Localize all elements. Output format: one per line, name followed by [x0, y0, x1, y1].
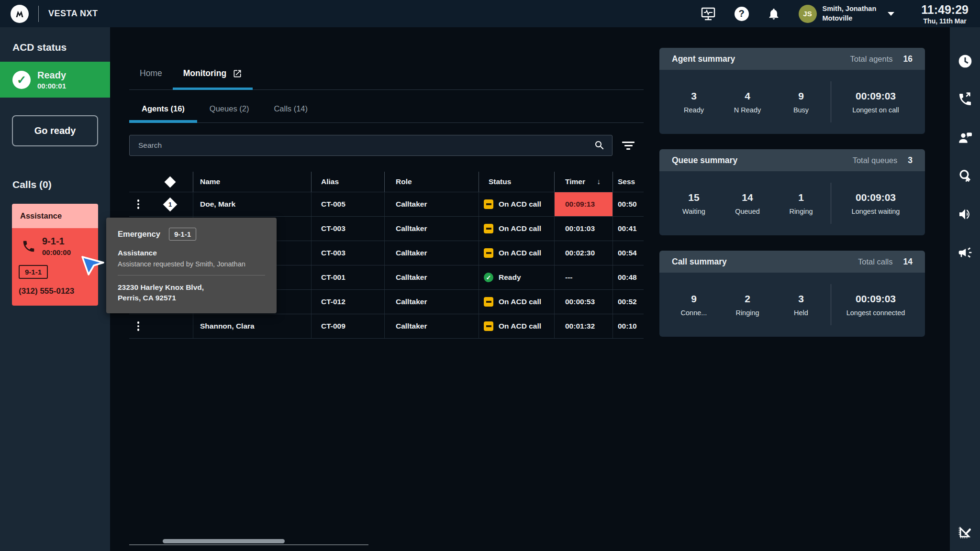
total-value: 16 [903, 54, 913, 64]
divider [831, 284, 831, 325]
horizontal-scrollbar-thumb[interactable] [163, 539, 285, 543]
callback-phone-icon[interactable] [957, 91, 973, 108]
busy-status-icon [484, 248, 493, 258]
row-menu-icon[interactable] [134, 319, 143, 334]
busy-status-icon [484, 224, 493, 233]
tab-monitoring[interactable]: Monitoring [173, 57, 253, 89]
subtab-agents[interactable]: Agents (16) [129, 95, 197, 122]
mouse-cursor [80, 253, 107, 277]
table-row[interactable]: 1 Doe, Mark CT-005 Calltaker On ACD call… [129, 192, 644, 217]
acd-state-timer: 00:00:01 [37, 82, 66, 90]
col-header-alias[interactable]: Alias [311, 172, 384, 192]
current-date: Thu, 11th Mar [921, 17, 969, 25]
agent-alias: CT-012 [311, 290, 384, 314]
stat: 15Waiting [667, 192, 721, 215]
session-time: 00:10 [612, 314, 644, 338]
stat: 14Queued [721, 192, 774, 215]
search-input[interactable] [138, 141, 594, 150]
busy-status-icon [484, 321, 493, 331]
search-icon[interactable] [594, 140, 605, 151]
longest-stat: 00:09:03Longest connected [834, 293, 917, 317]
chevron-down-icon [888, 12, 894, 16]
ready-status-icon: ✓ [484, 273, 493, 282]
tab-home[interactable]: Home [129, 57, 173, 89]
total-label: Total queues [853, 156, 898, 165]
card-title: Queue summary [672, 155, 737, 165]
user-name: Smith, Jonathan [823, 4, 877, 14]
recent-activity-clock-icon[interactable] [957, 53, 973, 69]
user-menu[interactable]: JS Smith, Jonathan Motoville [799, 4, 895, 23]
col-header-status[interactable]: Status [479, 172, 554, 192]
tooltip-title: Assistance [118, 249, 265, 257]
tooltip-address: 23230 Harley Knox Blvd, Perris, CA 92571 [118, 282, 265, 304]
longest-stat: 00:09:03Longest on call [834, 90, 917, 114]
search-off-icon[interactable] [957, 168, 973, 184]
total-label: Total calls [858, 257, 892, 266]
help-icon[interactable]: ? [735, 7, 749, 21]
divider [831, 81, 831, 122]
timer-cell: 00:00:53 [554, 290, 612, 314]
stat: 9Busy [774, 90, 828, 114]
acd-status-heading: ACD status [0, 27, 110, 53]
sort-descending-icon[interactable]: ↓ [597, 177, 601, 186]
agent-alias: CT-003 [311, 241, 384, 265]
summary-panel: Agent summary Total agents16 3Ready 4N R… [659, 27, 925, 551]
filter-icon[interactable] [622, 142, 635, 150]
agent-alias: CT-005 [311, 192, 384, 216]
agent-status: On ACD call [499, 298, 541, 306]
stat: 1Ringing [774, 192, 828, 215]
agent-role: Calltaker [384, 290, 479, 314]
assistance-indicator-icon: 1 [163, 197, 178, 211]
agent-chat-icon[interactable] [957, 130, 973, 146]
app-title: VESTA NXT [48, 9, 98, 19]
agent-role: Calltaker [384, 241, 479, 265]
session-time: 00:41 [612, 217, 644, 241]
session-time: 00:54 [612, 241, 644, 265]
longest-stat: 00:09:03Longest waiting [834, 192, 917, 215]
table-header-row: Name Alias Role Status Timer ↓ Sess [129, 172, 644, 192]
busy-status-icon [484, 199, 493, 209]
agent-role: Calltaker [384, 265, 479, 289]
acd-state-label: Ready [37, 70, 66, 81]
divider [38, 6, 39, 22]
agent-role: Calltaker [384, 217, 479, 241]
horizontal-scrollbar-track[interactable] [129, 544, 368, 545]
tooltip-call-badge: 9-1-1 [169, 228, 196, 241]
col-header-timer[interactable]: Timer ↓ [554, 172, 612, 192]
tooltip-description: Assistance requested by Smith, Jonathan [118, 260, 265, 268]
avatar: JS [799, 5, 817, 23]
current-time: 11:49:29 [921, 3, 969, 17]
col-header-session[interactable]: Sess [612, 172, 644, 192]
call-timer: 00:00:00 [42, 248, 71, 256]
agent-status: On ACD call [499, 322, 541, 331]
call-class-badge: 9-1-1 [19, 265, 48, 279]
session-time: 00:50 [612, 192, 644, 216]
volume-icon[interactable] [957, 206, 973, 222]
agent-status: On ACD call [499, 200, 541, 209]
session-time: 00:52 [612, 290, 644, 314]
top-bar: VESTA NXT ? JS Smith, Jonathan Motoville… [0, 0, 980, 27]
design-tools-icon[interactable] [957, 524, 973, 540]
ready-check-icon: ✓ [12, 71, 31, 89]
subtab-calls[interactable]: Calls (14) [261, 95, 320, 122]
col-header-role[interactable]: Role [384, 172, 479, 192]
queue-summary-card: Queue summary Total queues3 15Waiting 14… [659, 149, 925, 235]
calls-heading: Calls (0) [0, 165, 110, 190]
col-header-name[interactable]: Name [193, 172, 311, 192]
motorola-logo-icon [11, 5, 29, 23]
call-type-label: 9-1-1 [42, 236, 71, 247]
row-menu-icon[interactable] [134, 197, 143, 212]
acd-status-banner: ✓ Ready 00:00:01 [0, 62, 110, 98]
busy-status-icon [484, 297, 493, 307]
call-summary-card: Call summary Total calls14 9Conne... 2Ri… [659, 251, 925, 337]
agent-name: Shannon, Clara [193, 314, 311, 338]
table-row[interactable]: Shannon, Clara CT-009 Calltaker On ACD c… [129, 314, 644, 339]
total-value: 14 [903, 257, 913, 267]
primary-tabs: Home Monitoring [129, 57, 644, 90]
announcement-megaphone-icon[interactable] [957, 244, 973, 261]
go-ready-button[interactable]: Go ready [12, 115, 98, 146]
subtab-queues[interactable]: Queues (2) [197, 95, 262, 122]
phone-icon [22, 239, 36, 253]
notifications-bell-icon[interactable] [767, 7, 780, 21]
system-status-monitor-icon[interactable] [700, 7, 716, 21]
